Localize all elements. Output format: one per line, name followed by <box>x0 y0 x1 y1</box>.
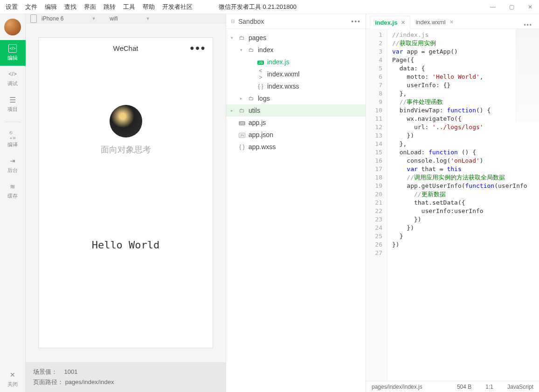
code-line[interactable]: app.getUserInfo(function(userInfo <box>392 182 539 190</box>
close-x-icon: ✕ <box>8 371 17 379</box>
code-line[interactable]: url: '../logs/logs' <box>392 123 539 131</box>
app-name: WeChat <box>113 44 138 52</box>
user-avatar[interactable] <box>4 19 21 35</box>
code-line[interactable]: } <box>392 232 539 241</box>
code-icon: </> <box>8 44 17 53</box>
menu-goto[interactable]: 跳转 <box>104 3 116 11</box>
background-icon: ⇥ <box>8 157 17 165</box>
tree-body: ▾🗀pages▾🗀indexJSindex.js< >index.wxml{ }… <box>226 29 366 392</box>
line-number: 19 <box>366 182 382 190</box>
code-line[interactable]: }) <box>392 241 539 249</box>
device-icon <box>30 14 37 23</box>
status-bar: pages/index/index.js 504 B 1:1 JavaScrip… <box>366 381 539 392</box>
sidebar-item-project[interactable]: ☰ 项目 <box>0 91 26 117</box>
tree-item-utils[interactable]: ▸🗀utils <box>226 104 366 117</box>
line-number: 18 <box>366 173 382 182</box>
line-number: 10 <box>366 106 382 115</box>
sidebar-item-label: 编辑 <box>7 55 18 62</box>
app-header: WeChat ●●● <box>39 38 213 58</box>
maximize-icon[interactable]: ▢ <box>508 4 515 10</box>
line-number: 3 <box>366 48 382 56</box>
menubar: 设置 文件 编辑 查找 界面 跳转 工具 帮助 开发者社区 微信开发者工具 0.… <box>0 0 539 14</box>
sidebar-item-compile[interactable]: ⎋∘= 编译 <box>0 127 26 152</box>
menu-community[interactable]: 开发者社区 <box>162 3 193 11</box>
sidebar-item-label: 后台 <box>7 167 18 174</box>
tab-close-icon[interactable]: ✕ <box>401 20 405 26</box>
menu-find[interactable]: 查找 <box>64 3 76 11</box>
chevron-right-icon[interactable]: ▸ <box>231 108 235 113</box>
code-line[interactable]: onLoad: function () { <box>392 148 539 157</box>
chevron-right-icon[interactable]: ▸ <box>240 96 245 101</box>
line-number: 1 <box>366 31 382 39</box>
sidebar-item-debug[interactable]: </> 调试 <box>0 66 26 91</box>
sidebar-item-edit[interactable]: </> 编辑 <box>0 40 26 66</box>
profile-avatar[interactable] <box>110 105 142 138</box>
tabs-more-icon[interactable]: ••• <box>517 22 539 28</box>
tree-item-index-wxml[interactable]: < >index.wxml <box>226 68 366 80</box>
menu-file[interactable]: 文件 <box>25 3 37 11</box>
tree-item-pages[interactable]: ▾🗀pages <box>226 32 366 44</box>
sidebar-item-cache[interactable]: ≋ 缓存 <box>0 178 26 204</box>
device-select[interactable]: iPhone 6 ▼ <box>41 15 96 22</box>
line-gutter: 1234567891011121314151617181920212223242… <box>366 29 387 381</box>
code-line[interactable]: userInfo:userInfo <box>392 207 539 215</box>
tab-close-icon[interactable]: ✕ <box>449 19 454 25</box>
code-line[interactable]: //调用应用实例的方法获取全局数据 <box>392 173 539 182</box>
code-line[interactable]: }) <box>392 131 539 140</box>
tree-item-index-wxss[interactable]: { }index.wxss <box>226 80 366 92</box>
simulator-toolbar: iPhone 6 ▼ wifi ▼ <box>26 14 226 23</box>
code-line[interactable]: var that = this <box>392 165 539 173</box>
tree-item-logs[interactable]: ▸🗀logs <box>226 92 366 104</box>
menu-tools[interactable]: 工具 <box>123 3 135 11</box>
chevron-down-icon[interactable]: ▾ <box>231 35 235 40</box>
menu-ui[interactable]: 界面 <box>84 3 96 11</box>
path-value: pages/index/index <box>65 378 114 385</box>
tab-index-js[interactable]: index.js ✕ <box>370 16 410 29</box>
chevron-down-icon: ▼ <box>91 16 96 21</box>
close-icon[interactable]: ✕ <box>527 4 533 10</box>
menu-settings[interactable]: 设置 <box>6 3 18 11</box>
menu-help[interactable]: 帮助 <box>143 3 155 11</box>
sidebar: </> 编辑 </> 调试 ☰ 项目 ⎋∘= 编译 ⇥ 后台 ≋ 缓存 ✕ 关闭 <box>0 14 26 392</box>
code-line[interactable] <box>392 249 539 257</box>
code-line[interactable]: that.setData({ <box>392 199 539 207</box>
motto-text: Hello World <box>92 239 160 251</box>
profile-name: 面向对象思考 <box>101 144 151 155</box>
status-size: 504 B <box>457 384 471 390</box>
sidebar-item-label: 编译 <box>7 141 18 148</box>
tree-item-index[interactable]: ▾🗀index <box>226 44 366 56</box>
code-editor[interactable]: 1234567891011121314151617181920212223242… <box>366 29 539 381</box>
tree-item-index-js[interactable]: JSindex.js <box>226 56 366 68</box>
code-line[interactable]: }) <box>392 224 539 232</box>
tree-more-icon[interactable]: ••• <box>351 18 361 25</box>
file-tree-panel: ⊟ Sandbox ••• ▾🗀pages▾🗀indexJSindex.js< … <box>226 14 366 392</box>
minimize-icon[interactable]: — <box>490 4 496 10</box>
code-line[interactable]: }, <box>392 140 539 148</box>
more-icon[interactable]: ●●● <box>190 44 206 52</box>
chevron-down-icon[interactable]: ▾ <box>240 48 245 52</box>
scene-value: 1001 <box>64 368 77 375</box>
tab-index-wxml[interactable]: index.wxml ✕ <box>410 15 458 28</box>
tree-item-app-wxss[interactable]: { }app.wxss <box>226 141 366 153</box>
code-line[interactable]: }) <box>392 215 539 224</box>
tree-item-app-json[interactable]: JNapp.json <box>226 129 366 141</box>
line-number: 2 <box>366 39 382 48</box>
code-line[interactable]: //更新数据 <box>392 190 539 199</box>
sidebar-item-label: 调试 <box>7 80 18 87</box>
tree-item-label: index.js <box>267 58 289 66</box>
line-number: 25 <box>366 232 382 241</box>
minimap[interactable] <box>516 29 539 122</box>
tree-item-label: logs <box>258 95 270 102</box>
status-pos: 1:1 <box>485 384 493 390</box>
line-number: 27 <box>366 249 382 257</box>
simulator-viewport[interactable]: WeChat ●●● 面向对象思考 Hello World <box>38 37 213 348</box>
code-line[interactable]: console.log('onLoad') <box>392 157 539 165</box>
line-number: 15 <box>366 148 382 157</box>
collapse-icon[interactable]: ⊟ <box>231 19 235 24</box>
sidebar-item-close[interactable]: ✕ 关闭 <box>0 366 26 392</box>
network-select[interactable]: wifi ▼ <box>110 15 150 22</box>
sidebar-item-background[interactable]: ⇥ 后台 <box>0 152 26 178</box>
tree-item-app-js[interactable]: JSapp.js <box>226 117 366 129</box>
line-number: 23 <box>366 215 382 224</box>
menu-edit[interactable]: 编辑 <box>45 3 57 11</box>
